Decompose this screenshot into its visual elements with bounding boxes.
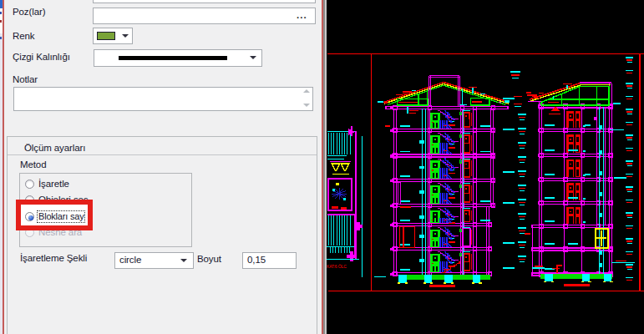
svg-text:KAT:6 ÖLC: KAT:6 ÖLC xyxy=(327,264,347,269)
